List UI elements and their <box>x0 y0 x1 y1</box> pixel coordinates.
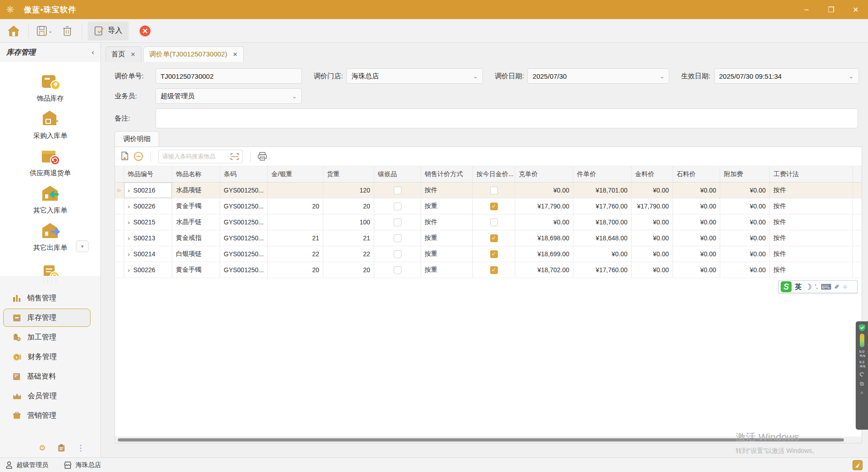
ime-punct-icon[interactable]: ’, <box>815 284 818 290</box>
column-header-inlay[interactable]: 镶嵌品 <box>374 166 421 182</box>
shortcuts-more-button[interactable]: ▼ <box>76 240 89 252</box>
tab-close-icon[interactable]: ✕ <box>130 51 135 58</box>
table-row[interactable]: ▷›S00216水晶项链GYS001250...120按件¥0.00¥18,70… <box>115 183 862 198</box>
table-row[interactable]: ›S00213黄金戒指GYS001250...2121按重✓¥18,698.00… <box>115 230 862 246</box>
row-expander-icon[interactable]: › <box>128 251 130 258</box>
cell-today_gold[interactable]: ✓ <box>473 262 515 278</box>
menu-item-2[interactable]: 加工管理 <box>3 328 90 346</box>
store-select[interactable]: 海珠总店⌄ <box>346 68 483 84</box>
date-select[interactable]: 2025/07/30⌄ <box>527 68 669 84</box>
row-expander-icon[interactable]: › <box>128 187 130 194</box>
launcher-button[interactable] <box>853 460 863 470</box>
tab-0[interactable]: 首页✕ <box>105 46 141 62</box>
row-selector[interactable] <box>115 262 124 278</box>
column-header-stone_price[interactable]: 石料价 <box>673 166 720 182</box>
cell-inlay[interactable] <box>374 262 421 278</box>
dock-screenshot-icon[interactable]: ⧉ <box>860 381 864 387</box>
row-selector[interactable]: ▷ <box>115 183 124 198</box>
sogou-logo-icon[interactable]: S <box>781 281 792 292</box>
row-selector[interactable] <box>115 246 124 262</box>
checkbox-inlay[interactable] <box>394 234 401 242</box>
row-selector[interactable] <box>115 214 124 230</box>
cell-inlay[interactable] <box>374 183 421 198</box>
import-button[interactable]: 导入 <box>88 21 129 41</box>
delete-button[interactable] <box>58 22 76 40</box>
row-selector[interactable] <box>115 198 124 214</box>
dock-swirl-icon[interactable]: Ϛ <box>859 370 864 378</box>
checkbox-inlay[interactable] <box>394 203 401 210</box>
remark-input[interactable] <box>156 108 858 128</box>
splitter-handle[interactable]: : : : :: : : : <box>0 276 100 285</box>
barcode-search-input[interactable] <box>162 153 228 160</box>
restore-button[interactable]: ❐ <box>819 0 843 19</box>
more-dots-icon[interactable]: ⋮ <box>77 443 85 453</box>
order-no-field[interactable]: TJ001250730002 <box>156 68 302 84</box>
cell-today_gold[interactable] <box>473 183 515 198</box>
scrollbar-thumb[interactable] <box>118 438 844 442</box>
row-selector[interactable] <box>115 230 124 246</box>
cell-inlay[interactable] <box>374 214 421 230</box>
checkbox-inlay[interactable] <box>394 218 401 226</box>
row-expander-icon[interactable]: › <box>128 203 130 210</box>
row-expander-icon[interactable]: › <box>128 219 130 226</box>
effective-date-select[interactable]: 2025/07/30 09:51:34⌄ <box>714 68 859 84</box>
checkbox-today_gold[interactable]: ✓ <box>490 266 498 274</box>
settings-gear-icon[interactable]: ⚙ <box>39 443 45 453</box>
table-row[interactable]: ›S00226黄金手镯GYS001250...2020按重✓¥18,702.00… <box>115 262 862 278</box>
home-button[interactable] <box>5 22 23 40</box>
column-header-code[interactable]: 饰品编号 <box>124 166 172 182</box>
column-header-barcode[interactable]: 条码 <box>220 166 268 182</box>
checkbox-today_gold[interactable] <box>490 218 498 226</box>
menu-item-4[interactable]: 基础资料 <box>3 367 90 386</box>
column-header-weight[interactable]: 货重 <box>323 166 374 182</box>
cell-today_gold[interactable] <box>473 214 515 230</box>
menu-item-5[interactable]: 会员管理 <box>3 387 90 405</box>
shortcut-item-1[interactable]: 采购入库单 <box>0 106 100 143</box>
table-row[interactable]: ›S00226黄金手镯GYS001250...2020按重✓¥17,790.00… <box>115 198 862 214</box>
salesman-select[interactable]: 超级管理员⌄ <box>156 88 302 104</box>
sidebar-collapse-icon[interactable]: ‹ <box>92 48 94 56</box>
column-header-name[interactable]: 饰品名称 <box>172 166 220 182</box>
cell-today_gold[interactable]: ✓ <box>473 198 515 214</box>
row-expander-icon[interactable]: › <box>128 267 130 274</box>
menu-item-1[interactable]: 库存管理 <box>3 309 90 327</box>
shield-check-icon[interactable] <box>859 324 865 331</box>
shortcut-item-5[interactable] <box>0 255 100 276</box>
detail-tab[interactable]: 调价明细 <box>115 131 159 147</box>
column-header-gold_price[interactable]: 金料价 <box>632 166 673 182</box>
shortcut-item-3[interactable]: 其它入库单 <box>0 180 100 218</box>
remove-item-button[interactable] <box>134 152 143 161</box>
add-item-button[interactable] <box>120 152 129 161</box>
checkbox-today_gold[interactable] <box>490 187 498 194</box>
column-header-gold_weight[interactable]: 金/银重 <box>268 166 323 182</box>
ime-toolbox-icon[interactable]: ⁘ <box>843 284 848 290</box>
performance-pill-icon[interactable] <box>860 334 864 347</box>
ime-moon-icon[interactable]: ☽ <box>805 282 812 292</box>
cell-inlay[interactable] <box>374 246 421 262</box>
checkbox-today_gold[interactable]: ✓ <box>490 250 498 258</box>
menu-item-6[interactable]: 营销管理 <box>3 406 90 425</box>
cell-inlay[interactable] <box>374 198 421 214</box>
column-header-gram_price[interactable]: 克单价 <box>515 166 573 182</box>
cell-inlay[interactable] <box>374 230 421 246</box>
checkbox-inlay[interactable] <box>394 250 401 258</box>
menu-item-3[interactable]: ¥财务管理 <box>3 348 90 366</box>
print-button[interactable] <box>258 152 267 161</box>
barcode-scan-icon[interactable] <box>231 153 239 160</box>
shortcut-item-2[interactable]: 供应商退货单 <box>0 143 100 180</box>
dock-search-icon[interactable]: ⌕ <box>860 389 863 396</box>
column-header-piece_price[interactable]: 件单价 <box>573 166 632 182</box>
shortcut-item-0[interactable]: 饰品库存 <box>0 68 100 106</box>
column-header-today_gold[interactable]: 按今日金价... <box>473 166 515 182</box>
ime-handwrite-icon[interactable]: ✐ <box>834 284 839 290</box>
table-row[interactable]: ›S00215水晶手链GYS001250...100按件¥0.00¥18,700… <box>115 214 862 230</box>
row-expander-icon[interactable]: › <box>128 235 130 242</box>
checkbox-today_gold[interactable]: ✓ <box>490 234 498 242</box>
table-row[interactable]: ›S00214白银项链GYS001250...2222按重✓¥18,699.00… <box>115 246 862 262</box>
column-header-pricing[interactable]: 销售计价方式 <box>421 166 473 182</box>
column-header-surcharge[interactable]: 附加费 <box>720 166 770 182</box>
tab-1[interactable]: 调价单(TJ001250730002)✕ <box>143 46 244 62</box>
menu-item-0[interactable]: 销售管理 <box>3 289 90 307</box>
ime-keyboard-icon[interactable]: ⌨ <box>821 283 831 291</box>
save-button[interactable]: ⌄ <box>34 22 55 40</box>
